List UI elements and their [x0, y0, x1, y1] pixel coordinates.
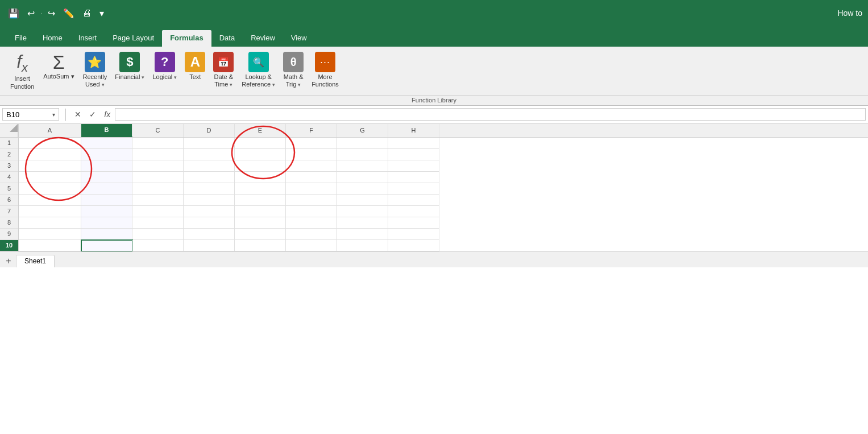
cell-b10[interactable]: [81, 240, 132, 251]
tab-home[interactable]: Home: [35, 30, 70, 47]
cell-b8[interactable]: [81, 217, 132, 229]
cell-b4[interactable]: [81, 172, 132, 183]
undo-icon[interactable]: ↩: [25, 7, 37, 20]
date-time-button[interactable]: 📅 Date &Time ▾: [210, 50, 236, 90]
cell-c7[interactable]: [132, 206, 184, 217]
dropdown-btn[interactable]: ▾: [97, 7, 106, 20]
cell-e1[interactable]: [235, 138, 286, 149]
tab-file[interactable]: File: [7, 30, 35, 47]
cell-d5[interactable]: [184, 183, 235, 195]
cell-g5[interactable]: [337, 183, 388, 195]
cell-e6[interactable]: [235, 195, 286, 206]
row-header-1[interactable]: 1: [0, 138, 18, 149]
tab-insert[interactable]: Insert: [70, 30, 105, 47]
lookup-reference-button[interactable]: 🔍 Lookup &Reference ▾: [239, 50, 278, 90]
cell-d6[interactable]: [184, 195, 235, 206]
cell-a9[interactable]: [19, 229, 81, 240]
insert-function-button[interactable]: fx InsertFunction: [7, 50, 38, 93]
cell-e10[interactable]: [235, 240, 286, 251]
col-header-e[interactable]: E: [235, 124, 286, 137]
recently-used-button[interactable]: ⭐ RecentlyUsed ▾: [80, 50, 110, 90]
cell-h3[interactable]: [388, 160, 439, 172]
cell-d1[interactable]: [184, 138, 235, 149]
cell-h4[interactable]: [388, 172, 439, 183]
autosum-button[interactable]: Σ AutoSum ▾: [40, 50, 77, 82]
cell-g9[interactable]: [337, 229, 388, 240]
cell-a1[interactable]: [19, 138, 81, 149]
row-header-9[interactable]: 9: [0, 229, 18, 240]
cell-b9[interactable]: [81, 229, 132, 240]
sheet-tab-1[interactable]: Sheet1: [16, 255, 55, 267]
cell-d7[interactable]: [184, 206, 235, 217]
cell-g8[interactable]: [337, 217, 388, 229]
cell-a8[interactable]: [19, 217, 81, 229]
cell-f2[interactable]: [286, 149, 337, 160]
cell-h2[interactable]: [388, 149, 439, 160]
cell-b3[interactable]: [81, 160, 132, 172]
cell-c8[interactable]: [132, 217, 184, 229]
quickaccess-2[interactable]: 🖨: [80, 7, 94, 19]
cell-b1[interactable]: [81, 138, 132, 149]
cell-d8[interactable]: [184, 217, 235, 229]
cell-h5[interactable]: [388, 183, 439, 195]
text-button[interactable]: A Text: [182, 50, 208, 82]
cell-f3[interactable]: [286, 160, 337, 172]
cell-h1[interactable]: [388, 138, 439, 149]
cell-g1[interactable]: [337, 138, 388, 149]
formula-confirm-btn[interactable]: ✓: [87, 109, 98, 120]
save-icon[interactable]: 💾: [6, 7, 22, 20]
cell-g2[interactable]: [337, 149, 388, 160]
col-header-f[interactable]: F: [286, 124, 337, 137]
cell-h10[interactable]: [388, 240, 439, 251]
cell-g10[interactable]: [337, 240, 388, 251]
tab-page-layout[interactable]: Page Layout: [105, 30, 162, 47]
cell-f1[interactable]: [286, 138, 337, 149]
cell-f8[interactable]: [286, 217, 337, 229]
cell-h6[interactable]: [388, 195, 439, 206]
row-header-3[interactable]: 3: [0, 160, 18, 172]
col-header-c[interactable]: C: [132, 124, 184, 137]
cell-c2[interactable]: [132, 149, 184, 160]
cell-d2[interactable]: [184, 149, 235, 160]
cell-g6[interactable]: [337, 195, 388, 206]
cell-a3[interactable]: [19, 160, 81, 172]
formula-cancel-btn[interactable]: ✕: [72, 109, 84, 120]
col-header-d[interactable]: D: [184, 124, 235, 137]
name-box[interactable]: B10 ▾: [2, 108, 59, 121]
row-header-6[interactable]: 6: [0, 195, 18, 206]
row-header-8[interactable]: 8: [0, 217, 18, 229]
cell-a10[interactable]: [19, 240, 81, 251]
cell-f4[interactable]: [286, 172, 337, 183]
cell-h8[interactable]: [388, 217, 439, 229]
cell-b6[interactable]: [81, 195, 132, 206]
cell-d10[interactable]: [184, 240, 235, 251]
cell-h9[interactable]: [388, 229, 439, 240]
row-header-4[interactable]: 4: [0, 172, 18, 183]
cell-h7[interactable]: [388, 206, 439, 217]
cell-b7[interactable]: [81, 206, 132, 217]
cell-a5[interactable]: [19, 183, 81, 195]
row-header-7[interactable]: 7: [0, 206, 18, 217]
cell-e4[interactable]: [235, 172, 286, 183]
tab-view[interactable]: View: [283, 30, 315, 47]
quickaccess-1[interactable]: ✏️: [61, 7, 77, 20]
col-header-b[interactable]: B: [81, 124, 132, 137]
cell-c10[interactable]: [132, 240, 184, 251]
financial-button[interactable]: $ Financial ▾: [112, 50, 147, 82]
cell-f9[interactable]: [286, 229, 337, 240]
cell-e7[interactable]: [235, 206, 286, 217]
cell-a4[interactable]: [19, 172, 81, 183]
col-header-a[interactable]: A: [19, 124, 81, 137]
name-box-arrow[interactable]: ▾: [52, 111, 55, 118]
cell-b5[interactable]: [81, 183, 132, 195]
cell-d4[interactable]: [184, 172, 235, 183]
cell-a6[interactable]: [19, 195, 81, 206]
tab-review[interactable]: Review: [243, 30, 283, 47]
cell-c6[interactable]: [132, 195, 184, 206]
cell-c1[interactable]: [132, 138, 184, 149]
cell-c4[interactable]: [132, 172, 184, 183]
cell-g3[interactable]: [337, 160, 388, 172]
cell-d9[interactable]: [184, 229, 235, 240]
math-trig-button[interactable]: θ Math &Trig ▾: [280, 50, 306, 90]
add-sheet-button[interactable]: +: [2, 255, 15, 267]
